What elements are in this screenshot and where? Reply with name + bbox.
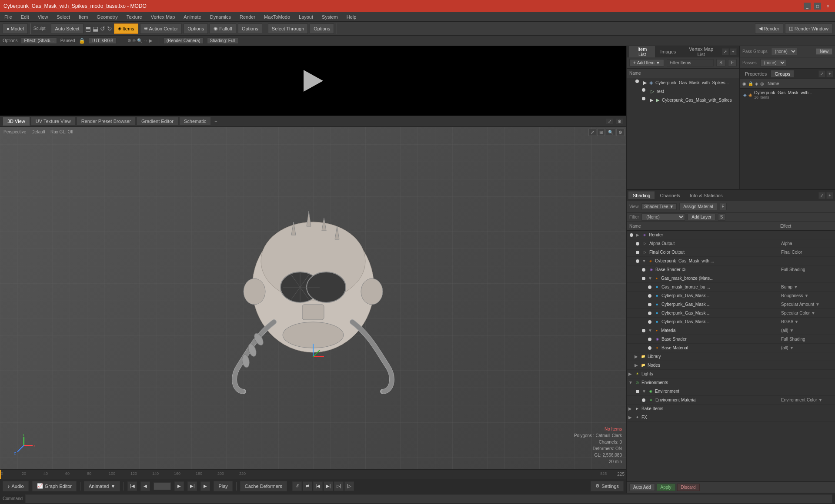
sh-toggle-env[interactable]: ▼ — [642, 389, 646, 394]
tool-icon-4[interactable]: ↻ — [107, 25, 112, 32]
sh-vis-base-shader[interactable] — [641, 267, 647, 273]
menu-edit[interactable]: Edit — [19, 13, 31, 20]
sh-vis-roughness[interactable] — [647, 293, 653, 299]
sh-toggle-envs[interactable]: ▼ — [628, 380, 633, 385]
shader-plus-button[interactable]: + — [826, 192, 833, 199]
apply-button[interactable]: Apply — [657, 484, 675, 491]
shader-item-bake[interactable]: ▶ ▶ Bake Items — [627, 405, 835, 413]
new-group-button[interactable]: New — [816, 48, 832, 55]
s-shortcut-button[interactable]: S — [718, 213, 725, 221]
shader-item-material[interactable]: ▼ ● Material (all) ▼ — [627, 326, 835, 335]
list-item[interactable]: ▷ rest — [627, 87, 739, 96]
graph-editor-button[interactable]: 📈 Graph Editor — [32, 481, 77, 491]
tool-icon-2[interactable]: ⬓ — [93, 25, 98, 32]
shader-filter-select[interactable]: (None) — [641, 213, 685, 221]
tab-channels[interactable]: Channels — [655, 192, 684, 199]
visibility-icon-1[interactable] — [635, 80, 641, 86]
sh-toggle-library[interactable]: ▶ — [635, 354, 639, 359]
animated-button[interactable]: Animated ▼ — [84, 481, 120, 491]
item-list-content[interactable]: ▶ ◈ Cyberpunk_Gas_Mask_with_Spikes... ▷ … — [627, 78, 739, 189]
filter-s-button[interactable]: S — [716, 59, 725, 66]
shader-item-alpha-output[interactable]: ▷ Alpha Output Alpha — [627, 239, 835, 248]
shader-tree-content[interactable]: ▶ ◈ Render ▷ Alpha Output Alpha ▷ Final … — [627, 231, 835, 481]
options-button-3[interactable]: Options — [310, 23, 334, 34]
shader-item-specular-amount[interactable]: ■ Cyberpunk_Gas_Mask ... Specular Amount… — [627, 300, 835, 309]
tab-3d-view[interactable]: 3D View — [3, 117, 30, 126]
group-item[interactable]: ◈ ◉ Cyberpunk_Gas_Mask_with... 16 Items — [741, 90, 833, 99]
model-mode-button[interactable]: ● Model — [3, 23, 28, 34]
filter-f-button[interactable]: F — [728, 59, 737, 66]
transport-next-end-button[interactable]: ▶| — [187, 481, 197, 491]
visibility-icon-3[interactable] — [642, 97, 648, 103]
tool-icon-1[interactable]: ⬒ — [85, 25, 91, 32]
sh-toggle-material[interactable]: ▼ — [648, 328, 652, 333]
minimize-button[interactable]: _ — [804, 3, 811, 10]
sh-toggle-bake[interactable]: ▶ — [628, 406, 633, 411]
render-button[interactable]: ◀ Render — [755, 23, 783, 34]
tab-properties[interactable]: Properties — [741, 70, 770, 77]
sh-toggle-fx[interactable]: ▶ — [628, 415, 633, 420]
sh-toggle-bronze[interactable]: ▼ — [648, 276, 652, 281]
groups-expand-button[interactable]: ⤢ — [818, 70, 825, 77]
item-list-settings-button[interactable]: + — [730, 48, 737, 55]
pass-groups-select[interactable]: (none) — [771, 48, 797, 55]
timeline[interactable]: 0 20 40 60 80 100 120 140 160 180 200 22… — [0, 469, 626, 479]
shader-item-library[interactable]: ▶ 📁 Library — [627, 352, 835, 361]
menu-select[interactable]: Select — [55, 13, 72, 20]
shader-item-final-color[interactable]: ▷ Final Color Output Final Color — [627, 248, 835, 257]
viewport-options-button[interactable]: ⚙ — [616, 129, 625, 136]
sh-vis-final-color[interactable] — [635, 249, 641, 255]
playback-step-button[interactable]: ▶| — [324, 481, 333, 491]
menu-render[interactable]: Render — [238, 13, 257, 20]
tab-gradient-editor[interactable]: Gradient Editor — [137, 117, 178, 126]
add-item-button[interactable]: + Add Item ▼ — [629, 59, 664, 66]
shader-item-gas-mask-bronze[interactable]: ▼ ● Gas_mask_bronze (Mate... — [627, 274, 835, 283]
sh-vis-base-shader-2[interactable] — [647, 336, 653, 342]
tab-groups[interactable]: Groups — [771, 70, 794, 77]
transport-next-button[interactable]: ▶ — [174, 481, 184, 491]
options-button-2[interactable]: Options — [238, 23, 262, 34]
window-controls[interactable]: _ □ × — [804, 3, 832, 10]
shader-item-fx[interactable]: ▶ ✦ FX — [627, 413, 835, 422]
action-center-button[interactable]: ⊕ Action Center — [140, 23, 182, 34]
shader-item-base-material[interactable]: ● Base Material (all) ▼ — [627, 344, 835, 352]
playback-loop-button[interactable]: ↺ — [292, 481, 302, 491]
shader-item-lights[interactable]: ▶ ☀ Lights — [627, 370, 835, 378]
cache-deformers-button[interactable]: Cache Deformers — [240, 481, 287, 491]
viewport-zoom-button[interactable]: 🔍 — [606, 129, 615, 136]
sh-toggle-render[interactable]: ▶ — [636, 232, 640, 237]
transport-prev-start-button[interactable]: |◀ — [127, 481, 137, 491]
menu-file[interactable]: File — [3, 13, 14, 20]
menu-maxtomodo[interactable]: MaxToModo — [262, 13, 292, 20]
shader-item-bump[interactable]: ■ Gas_mask_bronze_bu ... Bump ▼ — [627, 283, 835, 292]
shader-expand-button[interactable]: ⤢ — [818, 192, 825, 199]
sh-vis-base-material[interactable] — [647, 345, 653, 351]
tab-render-preset-browser[interactable]: Render Preset Browser — [77, 117, 136, 126]
auto-select-button[interactable]: Auto Select — [51, 23, 83, 34]
tab-item-list[interactable]: Item List — [629, 46, 655, 58]
f-shortcut-button[interactable]: F — [720, 203, 727, 210]
sh-toggle-lights[interactable]: ▶ — [628, 371, 633, 376]
settings-button[interactable]: ⚙ Settings — [591, 481, 624, 491]
tab-images[interactable]: Images — [656, 48, 680, 55]
assign-material-button[interactable]: Assign Material — [679, 203, 717, 210]
shader-item-environment[interactable]: ▼ ◉ Environment — [627, 387, 835, 396]
shader-item-cyberpunk-group[interactable]: ▼ ◈ Cyberpunk_Gas_Mask_with ... — [627, 257, 835, 265]
menu-help[interactable]: Help — [345, 13, 358, 20]
maximize-button[interactable]: □ — [814, 3, 821, 10]
sh-vis-group[interactable] — [635, 258, 641, 264]
playback-step2-button[interactable]: ▷| — [334, 481, 344, 491]
sh-vis-env-mat[interactable] — [641, 397, 647, 403]
groups-content[interactable]: ◈ ◉ Cyberpunk_Gas_Mask_with... 16 Items — [740, 89, 835, 189]
options-button-1[interactable]: Options — [184, 23, 208, 34]
tab-info-statistics[interactable]: Info & Statistics — [685, 192, 727, 199]
viewport-tab-add[interactable]: + — [212, 118, 220, 125]
items-button[interactable]: ◈ Items — [114, 23, 138, 34]
passes-select[interactable]: (none) — [760, 59, 786, 66]
close-button[interactable]: × — [825, 3, 832, 10]
playback-ping-button[interactable]: |◀ — [313, 481, 323, 491]
tool-icon-3[interactable]: ↺ — [100, 25, 105, 32]
discard-button[interactable]: Discard — [677, 484, 700, 491]
timeline-ruler[interactable]: 0 20 40 60 80 100 120 140 160 180 200 22… — [0, 470, 615, 479]
viewport-3d[interactable]: Perspective Default Ray GL: Off No Items… — [0, 127, 626, 469]
